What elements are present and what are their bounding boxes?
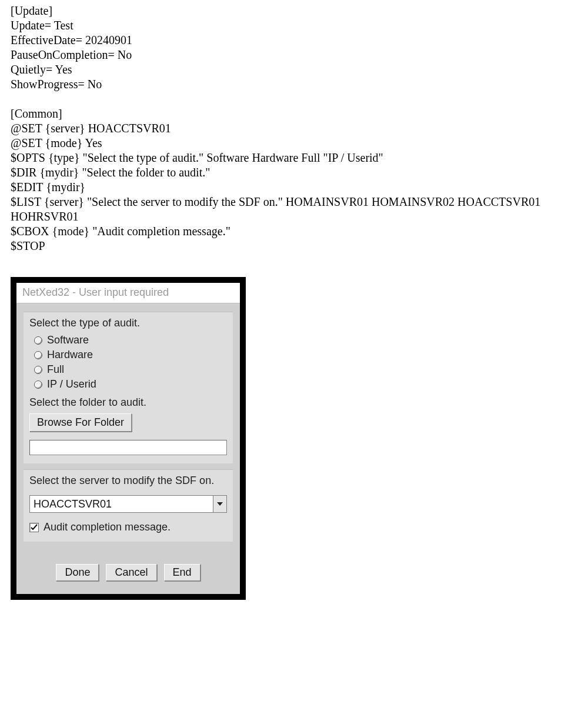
done-button-label: Done <box>65 566 90 578</box>
radio-icon <box>34 380 42 389</box>
server-select-value: HOACCTSVR01 <box>30 496 213 512</box>
radio-label: IP / Userid <box>47 378 96 390</box>
server-and-checkbox-group: Select the server to modify the SDF on. … <box>24 469 233 542</box>
end-button-label: End <box>173 566 192 578</box>
dialog-titlebar: NetXed32 - User input required <box>16 283 240 303</box>
audit-completion-checkbox[interactable]: Audit completion message. <box>29 521 227 533</box>
browse-folder-button[interactable]: Browse For Folder <box>29 413 132 432</box>
dialog-button-row: Done Cancel End <box>24 548 233 589</box>
audit-and-folder-group: Select the type of audit. Software Hardw… <box>24 312 233 463</box>
done-button[interactable]: Done <box>56 564 99 581</box>
browse-folder-button-label: Browse For Folder <box>37 416 124 428</box>
checkbox-icon <box>29 523 39 532</box>
radio-icon <box>34 351 42 359</box>
folder-path-input[interactable] <box>29 440 227 455</box>
dialog-window: NetXed32 - User input required Select th… <box>11 277 246 600</box>
cancel-button[interactable]: Cancel <box>106 564 156 581</box>
dialog-title: NetXed32 - User input required <box>22 286 169 298</box>
radio-label: Full <box>47 363 64 376</box>
radio-icon <box>34 366 42 374</box>
radio-icon <box>34 336 42 345</box>
radio-full[interactable]: Full <box>34 363 227 376</box>
radio-hardware[interactable]: Hardware <box>34 349 227 361</box>
script-block: [Update] Update= Test EffectiveDate= 202… <box>11 4 588 253</box>
radio-software[interactable]: Software <box>34 334 227 346</box>
radio-label: Software <box>47 334 89 346</box>
server-select[interactable]: HOACCTSVR01 <box>29 495 227 513</box>
folder-label: Select the folder to audit. <box>29 396 227 409</box>
svg-marker-0 <box>217 502 223 506</box>
checkbox-label: Audit completion message. <box>44 521 171 533</box>
radio-label: Hardware <box>47 349 93 361</box>
cancel-button-label: Cancel <box>115 566 148 578</box>
audit-type-label: Select the type of audit. <box>29 317 227 329</box>
radio-ip-userid[interactable]: IP / Userid <box>34 378 227 390</box>
end-button[interactable]: End <box>164 564 201 581</box>
server-label: Select the server to modify the SDF on. <box>29 475 227 487</box>
chevron-down-icon <box>213 496 226 512</box>
